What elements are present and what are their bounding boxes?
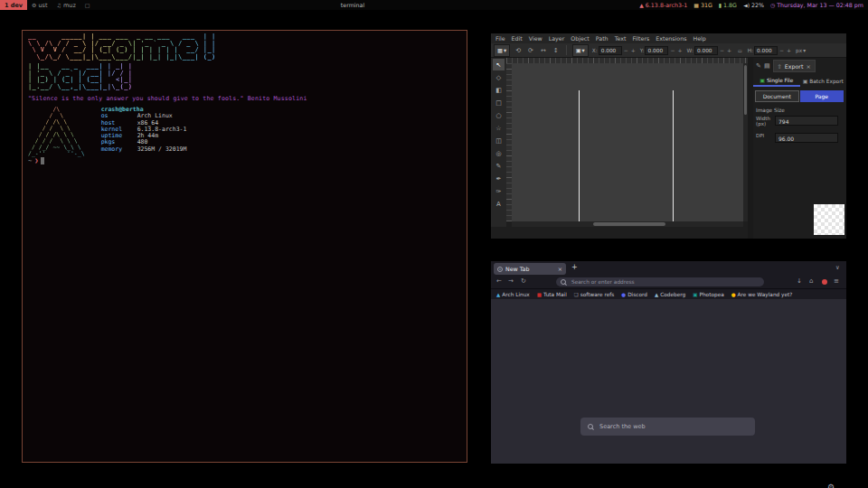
active-tab[interactable]: New Tab × xyxy=(494,263,566,275)
y-field[interactable]: Y: 0.000 − + xyxy=(640,46,684,55)
downloads-icon[interactable]: ↓ xyxy=(797,277,802,285)
export-dialog-tab[interactable]: ⇧ Export × xyxy=(773,60,816,72)
spiral-tool[interactable]: ◎ xyxy=(493,147,505,159)
bookmark-folder-software-refs[interactable]: ❏ software refs xyxy=(574,292,615,297)
menu-object[interactable]: Object xyxy=(571,35,590,42)
w-field[interactable]: W: 0.000 − + xyxy=(687,46,732,55)
decrement-button[interactable]: − xyxy=(669,47,675,53)
fetch-row: memory3256M / 32019M xyxy=(101,146,187,153)
pencil-icon[interactable]: ✎ xyxy=(756,62,761,70)
workspace-label: ust xyxy=(38,2,47,9)
new-tab-button[interactable]: + xyxy=(571,263,578,271)
scrollbar-thumb[interactable] xyxy=(593,222,665,226)
pencil-tool[interactable]: ✎ xyxy=(493,160,505,172)
bookmark-codeberg[interactable]: ▲ Codeberg xyxy=(655,292,685,297)
width-input[interactable]: 794 xyxy=(775,116,838,126)
batch-export-icon: ▣ xyxy=(803,78,808,84)
snap-icon: ▣ xyxy=(576,47,581,53)
increment-button[interactable]: + xyxy=(630,47,637,53)
decrement-button[interactable]: − xyxy=(719,47,725,53)
increment-button[interactable]: + xyxy=(786,47,792,53)
extension-red-icon[interactable] xyxy=(822,279,827,285)
unit-selector[interactable]: px ▾ xyxy=(796,48,806,53)
menu-path[interactable]: Path xyxy=(596,35,609,42)
x-value[interactable]: 0.000 xyxy=(599,46,622,55)
single-file-icon: ▣ xyxy=(760,77,765,83)
clock-icon: ◷ xyxy=(770,2,775,8)
flip-horizontal-icon[interactable]: ↔ xyxy=(539,47,548,54)
node-tool[interactable]: ◇ xyxy=(493,71,505,83)
scrollbar-thumb[interactable] xyxy=(744,65,747,115)
y-value[interactable]: 0.000 xyxy=(645,46,668,55)
dpi-input[interactable]: 96.00 xyxy=(775,133,838,143)
rotate-ccw-icon[interactable]: ⟲ xyxy=(514,47,523,54)
workspace-4[interactable]: ▢ xyxy=(80,0,95,10)
pen-tool[interactable]: ✒ xyxy=(493,173,505,184)
menu-help[interactable]: Help xyxy=(693,35,705,42)
workspace-muz[interactable]: ♫ muz xyxy=(52,0,80,10)
drawing-canvas[interactable] xyxy=(512,63,743,221)
text-tool[interactable]: A xyxy=(493,198,505,210)
page-border-right xyxy=(673,90,674,221)
snap-menu-button[interactable]: ▣▾ xyxy=(572,44,589,57)
menu-layer[interactable]: Layer xyxy=(549,35,565,42)
decrement-button[interactable]: − xyxy=(623,47,629,53)
home-icon[interactable]: ⌂ xyxy=(809,277,813,285)
menu-file[interactable]: File xyxy=(495,35,505,42)
bookmark-photopea[interactable]: ▣ Photopea xyxy=(693,292,724,297)
selector-tool[interactable]: ↖ xyxy=(493,59,505,70)
terminal-window[interactable]: __ _____| | ___ ___ _ __ ___ ___ | | \ \… xyxy=(22,30,467,463)
w-value[interactable]: 0.000 xyxy=(694,46,718,55)
gear-icon[interactable]: ⚙ xyxy=(827,483,835,488)
menu-view[interactable]: View xyxy=(529,35,542,42)
horizontal-scrollbar[interactable] xyxy=(512,221,743,227)
address-input[interactable] xyxy=(570,278,736,286)
rotate-cw-icon[interactable]: ⟳ xyxy=(526,47,535,54)
menu-text[interactable]: Text xyxy=(615,35,627,42)
selection-mode-button[interactable]: ▦▾ xyxy=(494,44,510,57)
calligraphy-tool[interactable]: ✑ xyxy=(493,185,505,197)
menu-filters[interactable]: Filters xyxy=(632,35,649,42)
star-tool[interactable]: ☆ xyxy=(493,122,505,134)
volume-value: 22% xyxy=(751,2,764,8)
flip-vertical-icon[interactable]: ↕ xyxy=(552,47,561,54)
box3d-tool[interactable]: ◫ xyxy=(493,135,505,146)
x-field[interactable]: X: 0.000 − + xyxy=(592,46,637,55)
bookmark-arch-linux[interactable]: ▲ Arch Linux xyxy=(496,292,530,297)
rectangle-tool[interactable]: □ xyxy=(493,97,505,108)
forward-button[interactable]: → xyxy=(508,277,514,285)
bookmark-tuta-mail[interactable]: ■ Tuta Mail xyxy=(537,292,567,297)
toolbar-separator xyxy=(566,45,567,55)
menu-extensions[interactable]: Extensions xyxy=(656,35,686,42)
h-value[interactable]: 0.000 xyxy=(754,46,778,55)
web-search-box[interactable]: Search the web xyxy=(580,418,755,436)
menu-edit[interactable]: Edit xyxy=(512,35,523,42)
workspace-dev[interactable]: 1 dev xyxy=(0,0,27,10)
tab-single-file[interactable]: ▣ Single File xyxy=(753,75,800,87)
reload-button[interactable]: ↻ xyxy=(521,277,526,285)
volume-module[interactable]: ◄) 22% xyxy=(743,2,764,8)
back-button[interactable]: ← xyxy=(496,277,502,285)
list-tabs-icon[interactable]: ∨ xyxy=(835,264,840,270)
bookmark-discord[interactable]: ● Discord xyxy=(621,292,647,297)
increment-button[interactable]: + xyxy=(726,47,732,53)
workspace-ust[interactable]: ⚙ ust xyxy=(27,0,52,10)
close-icon[interactable]: × xyxy=(806,63,810,70)
menu-icon[interactable]: ≡ xyxy=(834,277,839,285)
document-button[interactable]: Document xyxy=(755,90,799,102)
image-size-label: Image Size xyxy=(756,108,785,113)
ellipse-tool[interactable]: ○ xyxy=(493,109,505,121)
address-bar[interactable] xyxy=(556,277,764,286)
decrement-button[interactable]: − xyxy=(778,47,785,53)
tab-batch-export[interactable]: ▣ Batch Export xyxy=(800,75,847,87)
grid-icon: ▦ xyxy=(497,47,503,53)
shape-builder-tool[interactable]: ◧ xyxy=(493,84,505,96)
page-button[interactable]: Page xyxy=(800,90,844,102)
close-tab-icon[interactable]: × xyxy=(558,266,562,272)
bookmark-are-we-wayland-yet[interactable]: ● Are we Wayland yet? xyxy=(731,292,793,297)
h-field[interactable]: H: 0.000 − + xyxy=(748,46,792,55)
increment-button[interactable]: + xyxy=(677,47,684,53)
lock-ratio-icon[interactable]: ▭ xyxy=(736,48,744,53)
layers-icon[interactable]: ▤ xyxy=(764,62,770,70)
shell-prompt[interactable]: ~ ❯ xyxy=(28,157,44,164)
